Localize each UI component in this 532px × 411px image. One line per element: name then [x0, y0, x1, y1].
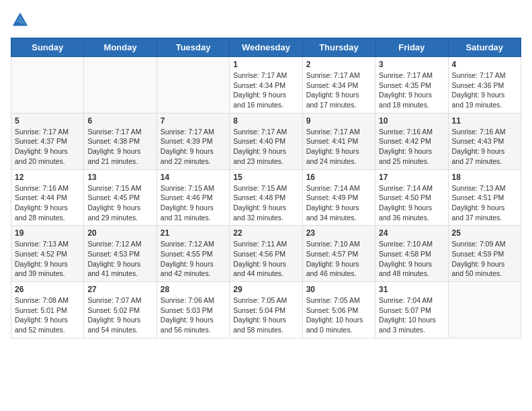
day-info: Sunrise: 7:06 AM Sunset: 5:03 PM Dayligh… — [161, 295, 226, 335]
calendar-cell: 29Sunrise: 7:05 AM Sunset: 5:04 PM Dayli… — [230, 282, 302, 338]
calendar-cell: 18Sunrise: 7:13 AM Sunset: 4:51 PM Dayli… — [448, 169, 521, 226]
day-info: Sunrise: 7:10 AM Sunset: 4:57 PM Dayligh… — [306, 239, 371, 279]
calendar-cell: 24Sunrise: 7:10 AM Sunset: 4:58 PM Dayli… — [375, 226, 448, 282]
calendar-cell: 22Sunrise: 7:11 AM Sunset: 4:56 PM Dayli… — [230, 226, 302, 282]
calendar-cell — [157, 57, 229, 113]
day-number: 10 — [379, 116, 444, 126]
day-number: 31 — [379, 285, 444, 294]
calendar-week-row: 5Sunrise: 7:17 AM Sunset: 4:37 PM Daylig… — [11, 113, 521, 169]
calendar-cell: 9Sunrise: 7:17 AM Sunset: 4:41 PM Daylig… — [302, 113, 375, 169]
weekday-header-tuesday: Tuesday — [157, 38, 229, 57]
day-number: 5 — [15, 116, 80, 126]
calendar-cell: 12Sunrise: 7:16 AM Sunset: 4:44 PM Dayli… — [11, 169, 84, 226]
calendar-cell: 6Sunrise: 7:17 AM Sunset: 4:38 PM Daylig… — [84, 113, 157, 169]
calendar-cell: 17Sunrise: 7:14 AM Sunset: 4:50 PM Dayli… — [375, 169, 448, 226]
day-number: 8 — [233, 116, 298, 126]
logo-icon — [11, 11, 30, 30]
day-info: Sunrise: 7:17 AM Sunset: 4:34 PM Dayligh… — [306, 71, 371, 110]
day-number: 22 — [233, 228, 298, 238]
day-info: Sunrise: 7:10 AM Sunset: 4:58 PM Dayligh… — [379, 239, 444, 279]
page-header — [11, 11, 521, 30]
day-number: 13 — [87, 173, 152, 182]
calendar-cell: 7Sunrise: 7:17 AM Sunset: 4:39 PM Daylig… — [157, 113, 229, 169]
calendar-cell: 4Sunrise: 7:17 AM Sunset: 4:36 PM Daylig… — [448, 57, 521, 113]
day-number: 17 — [379, 173, 444, 182]
day-info: Sunrise: 7:08 AM Sunset: 5:01 PM Dayligh… — [15, 295, 80, 335]
calendar-cell — [448, 282, 521, 338]
day-number: 12 — [15, 173, 80, 182]
calendar-cell: 28Sunrise: 7:06 AM Sunset: 5:03 PM Dayli… — [157, 282, 229, 338]
weekday-header-row: SundayMondayTuesdayWednesdayThursdayFrid… — [11, 38, 521, 57]
day-number: 26 — [15, 285, 80, 294]
day-number: 24 — [379, 228, 444, 238]
day-number: 4 — [452, 60, 517, 69]
calendar-cell: 14Sunrise: 7:15 AM Sunset: 4:46 PM Dayli… — [157, 169, 229, 226]
day-number: 23 — [306, 228, 371, 238]
weekday-header-monday: Monday — [84, 38, 157, 57]
day-number: 3 — [379, 60, 444, 69]
day-info: Sunrise: 7:12 AM Sunset: 4:55 PM Dayligh… — [161, 239, 226, 279]
day-number: 2 — [306, 60, 371, 69]
day-number: 7 — [161, 116, 226, 126]
calendar-week-row: 12Sunrise: 7:16 AM Sunset: 4:44 PM Dayli… — [11, 169, 521, 226]
day-info: Sunrise: 7:16 AM Sunset: 4:43 PM Dayligh… — [452, 127, 517, 167]
logo — [11, 11, 32, 30]
day-info: Sunrise: 7:16 AM Sunset: 4:44 PM Dayligh… — [15, 183, 80, 223]
day-info: Sunrise: 7:07 AM Sunset: 5:02 PM Dayligh… — [87, 295, 152, 335]
day-number: 29 — [233, 285, 298, 294]
calendar-cell: 10Sunrise: 7:16 AM Sunset: 4:42 PM Dayli… — [375, 113, 448, 169]
weekday-header-sunday: Sunday — [11, 38, 84, 57]
day-info: Sunrise: 7:14 AM Sunset: 4:50 PM Dayligh… — [379, 183, 444, 223]
day-info: Sunrise: 7:17 AM Sunset: 4:38 PM Dayligh… — [87, 127, 152, 167]
calendar-cell: 13Sunrise: 7:15 AM Sunset: 4:45 PM Dayli… — [84, 169, 157, 226]
calendar-cell: 15Sunrise: 7:15 AM Sunset: 4:48 PM Dayli… — [230, 169, 302, 226]
day-number: 20 — [87, 228, 152, 238]
day-info: Sunrise: 7:11 AM Sunset: 4:56 PM Dayligh… — [233, 239, 298, 279]
day-info: Sunrise: 7:09 AM Sunset: 4:59 PM Dayligh… — [452, 239, 517, 279]
calendar-cell: 3Sunrise: 7:17 AM Sunset: 4:35 PM Daylig… — [375, 57, 448, 113]
day-number: 19 — [15, 228, 80, 238]
day-info: Sunrise: 7:13 AM Sunset: 4:51 PM Dayligh… — [452, 183, 517, 223]
day-number: 28 — [161, 285, 226, 294]
day-info: Sunrise: 7:17 AM Sunset: 4:36 PM Dayligh… — [452, 71, 517, 110]
calendar-week-row: 26Sunrise: 7:08 AM Sunset: 5:01 PM Dayli… — [11, 282, 521, 338]
calendar-cell: 5Sunrise: 7:17 AM Sunset: 4:37 PM Daylig… — [11, 113, 84, 169]
calendar-cell: 25Sunrise: 7:09 AM Sunset: 4:59 PM Dayli… — [448, 226, 521, 282]
day-info: Sunrise: 7:16 AM Sunset: 4:42 PM Dayligh… — [379, 127, 444, 167]
day-info: Sunrise: 7:12 AM Sunset: 4:53 PM Dayligh… — [87, 239, 152, 279]
day-info: Sunrise: 7:15 AM Sunset: 4:45 PM Dayligh… — [87, 183, 152, 223]
calendar-cell: 8Sunrise: 7:17 AM Sunset: 4:40 PM Daylig… — [230, 113, 302, 169]
day-number: 18 — [452, 173, 517, 182]
calendar-cell: 21Sunrise: 7:12 AM Sunset: 4:55 PM Dayli… — [157, 226, 229, 282]
day-number: 1 — [233, 60, 298, 69]
calendar-cell: 31Sunrise: 7:04 AM Sunset: 5:07 PM Dayli… — [375, 282, 448, 338]
day-info: Sunrise: 7:17 AM Sunset: 4:34 PM Dayligh… — [233, 71, 298, 110]
day-number: 30 — [306, 285, 371, 294]
day-number: 14 — [161, 173, 226, 182]
weekday-header-saturday: Saturday — [448, 38, 521, 57]
day-number: 25 — [452, 228, 517, 238]
day-info: Sunrise: 7:17 AM Sunset: 4:35 PM Dayligh… — [379, 71, 444, 110]
weekday-header-wednesday: Wednesday — [230, 38, 302, 57]
day-info: Sunrise: 7:04 AM Sunset: 5:07 PM Dayligh… — [379, 295, 444, 335]
calendar-cell: 2Sunrise: 7:17 AM Sunset: 4:34 PM Daylig… — [302, 57, 375, 113]
day-info: Sunrise: 7:05 AM Sunset: 5:04 PM Dayligh… — [233, 295, 298, 335]
calendar-cell: 30Sunrise: 7:05 AM Sunset: 5:06 PM Dayli… — [302, 282, 375, 338]
day-info: Sunrise: 7:17 AM Sunset: 4:39 PM Dayligh… — [161, 127, 226, 167]
day-number: 6 — [87, 116, 152, 126]
day-number: 16 — [306, 173, 371, 182]
calendar-cell — [11, 57, 84, 113]
calendar-cell: 19Sunrise: 7:13 AM Sunset: 4:52 PM Dayli… — [11, 226, 84, 282]
calendar-cell: 26Sunrise: 7:08 AM Sunset: 5:01 PM Dayli… — [11, 282, 84, 338]
day-info: Sunrise: 7:15 AM Sunset: 4:46 PM Dayligh… — [161, 183, 226, 223]
day-info: Sunrise: 7:05 AM Sunset: 5:06 PM Dayligh… — [306, 295, 371, 335]
day-info: Sunrise: 7:17 AM Sunset: 4:41 PM Dayligh… — [306, 127, 371, 167]
day-number: 11 — [452, 116, 517, 126]
calendar-week-row: 19Sunrise: 7:13 AM Sunset: 4:52 PM Dayli… — [11, 226, 521, 282]
day-number: 21 — [161, 228, 226, 238]
calendar-cell: 20Sunrise: 7:12 AM Sunset: 4:53 PM Dayli… — [84, 226, 157, 282]
calendar-cell: 27Sunrise: 7:07 AM Sunset: 5:02 PM Dayli… — [84, 282, 157, 338]
day-info: Sunrise: 7:14 AM Sunset: 4:49 PM Dayligh… — [306, 183, 371, 223]
calendar-week-row: 1Sunrise: 7:17 AM Sunset: 4:34 PM Daylig… — [11, 57, 521, 113]
day-info: Sunrise: 7:17 AM Sunset: 4:40 PM Dayligh… — [233, 127, 298, 167]
